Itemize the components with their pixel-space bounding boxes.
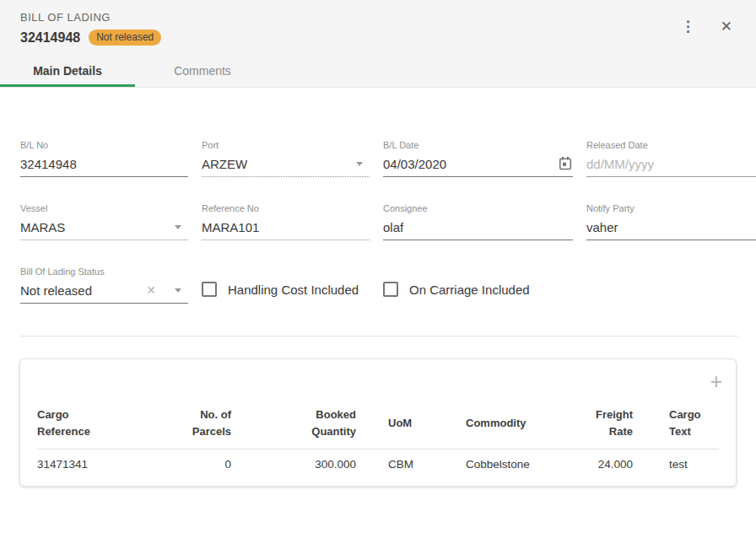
reference-no-input[interactable] bbox=[202, 220, 370, 234]
clear-icon[interactable]: ✕ bbox=[146, 283, 156, 297]
vessel-label: Vessel bbox=[20, 203, 188, 213]
col-header-booked-quantity: Booked Quantity bbox=[231, 406, 356, 440]
col-header-uom: UoM bbox=[356, 415, 434, 432]
port-field: Port ARZEW bbox=[202, 140, 370, 177]
chevron-down-icon bbox=[175, 225, 181, 229]
bl-number: 32414948 bbox=[20, 30, 80, 46]
port-select[interactable]: ARZEW bbox=[202, 154, 370, 177]
col-header-no-of-parcels: No. of Parcels bbox=[181, 406, 231, 440]
tab-bar: Main Details Comments bbox=[0, 55, 270, 87]
col-header-cargo-reference: Cargo Reference bbox=[37, 406, 181, 440]
dialog-header: BILL OF LADING 32414948 Not released ⋮ ✕… bbox=[0, 0, 756, 88]
on-carriage-label: On Carriage Included bbox=[409, 283, 530, 297]
cell-freight-rate: 24.000 bbox=[569, 458, 633, 471]
vessel-select[interactable]: MARAS bbox=[20, 218, 188, 240]
vessel-field: Vessel MARAS bbox=[20, 203, 188, 240]
bl-status-select[interactable]: Not released ✕ bbox=[20, 281, 188, 304]
released-date-label: Released Date bbox=[586, 140, 756, 150]
port-label: Port bbox=[202, 140, 370, 150]
active-tab-indicator bbox=[0, 84, 135, 87]
col-header-cargo-text: Cargo Text bbox=[633, 406, 721, 440]
bl-status-label: Bill Of Lading Status bbox=[20, 266, 188, 277]
consignee-field: Consignee bbox=[383, 203, 573, 240]
close-icon[interactable]: ✕ bbox=[719, 18, 734, 35]
cell-commodity: Cobbelstone bbox=[434, 458, 569, 471]
chevron-down-icon bbox=[356, 162, 363, 166]
port-value: ARZEW bbox=[202, 157, 349, 171]
status-badge: Not released bbox=[89, 30, 161, 46]
add-cargo-line-icon[interactable]: + bbox=[710, 371, 722, 392]
reference-no-label: Reference No bbox=[202, 203, 370, 213]
handling-cost-checkbox[interactable] bbox=[202, 282, 217, 297]
page-title: BILL OF LADING bbox=[20, 11, 736, 24]
notify-party-field: Notify Party bbox=[586, 203, 756, 240]
bl-no-label: B/L No bbox=[20, 140, 188, 150]
tab-main-details-label: Main Details bbox=[33, 64, 102, 78]
reference-no-field: Reference No bbox=[202, 203, 370, 240]
released-date-input[interactable] bbox=[586, 157, 754, 171]
vessel-value: MARAS bbox=[20, 220, 168, 234]
col-header-commodity: Commodity bbox=[434, 415, 569, 432]
bl-date-label: B/L Date bbox=[383, 140, 573, 150]
handling-cost-checkbox-row[interactable]: Handling Cost Included bbox=[202, 282, 370, 297]
main-details-form: B/L No Port ARZEW B/L Date bbox=[0, 88, 756, 336]
calendar-icon[interactable] bbox=[558, 156, 573, 171]
on-carriage-checkbox[interactable] bbox=[383, 282, 398, 297]
notify-party-label: Notify Party bbox=[586, 203, 756, 213]
chevron-down-icon bbox=[175, 288, 181, 293]
released-date-field: Released Date bbox=[586, 140, 756, 177]
tab-main-details[interactable]: Main Details bbox=[0, 55, 135, 87]
col-header-freight-rate: Freight Rate bbox=[569, 406, 633, 440]
tab-comments-label: Comments bbox=[174, 64, 231, 78]
cell-uom: CBM bbox=[356, 458, 434, 471]
section-divider bbox=[20, 336, 738, 336]
cell-no-of-parcels: 0 bbox=[181, 458, 231, 471]
tab-comments[interactable]: Comments bbox=[135, 55, 270, 87]
consignee-label: Consignee bbox=[383, 203, 573, 213]
more-options-icon[interactable]: ⋮ bbox=[679, 18, 697, 35]
consignee-input[interactable] bbox=[383, 220, 573, 234]
cargo-table-header: Cargo Reference No. of Parcels Booked Qu… bbox=[37, 406, 719, 449]
handling-cost-label: Handling Cost Included bbox=[228, 283, 359, 297]
cell-booked-quantity: 300.000 bbox=[231, 458, 356, 471]
on-carriage-checkbox-row[interactable]: On Carriage Included bbox=[383, 282, 573, 297]
bl-no-input[interactable] bbox=[20, 157, 188, 171]
bl-status-field: Bill Of Lading Status Not released ✕ bbox=[20, 266, 188, 304]
cell-cargo-text: test bbox=[633, 458, 721, 471]
bl-status-value: Not released bbox=[20, 283, 146, 298]
bl-date-field: B/L Date bbox=[383, 140, 573, 177]
bl-date-input[interactable] bbox=[383, 157, 551, 171]
cargo-table-row[interactable]: 31471341 0 300.000 CBM Cobbelstone 24.00… bbox=[37, 449, 719, 478]
cargo-lines-card: + Cargo Reference No. of Parcels Booked … bbox=[19, 358, 737, 487]
bl-no-field: B/L No bbox=[20, 140, 188, 177]
notify-party-input[interactable] bbox=[586, 220, 756, 234]
cell-cargo-reference: 31471341 bbox=[37, 458, 181, 471]
